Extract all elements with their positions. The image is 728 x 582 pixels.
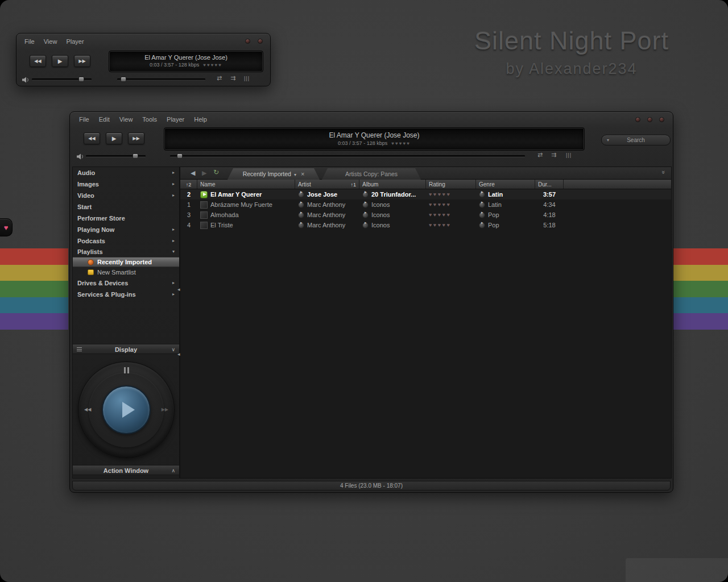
menu-view[interactable]: View	[44, 38, 57, 45]
equalizer-icon[interactable]: |||	[566, 152, 572, 159]
minimize-button[interactable]	[245, 39, 250, 44]
sidebar-item-playlists[interactable]: Playlists ▾	[73, 247, 179, 257]
column-header-rating[interactable]: Rating	[426, 180, 476, 189]
goto-album-icon[interactable]	[362, 222, 369, 228]
menu-help[interactable]: Help	[194, 116, 207, 123]
goto-genre-icon[interactable]	[479, 202, 485, 208]
action-window-header[interactable]: Action Window ∧	[73, 465, 179, 475]
sidebar-item-new-smartlist[interactable]: New Smartlist	[73, 267, 179, 277]
goto-artist-icon[interactable]	[298, 202, 304, 208]
seek-slider[interactable]	[117, 77, 205, 82]
chevron-right-icon[interactable]: ▸	[172, 178, 175, 190]
search-box[interactable]: ▾ Search	[601, 135, 671, 146]
rating-hearts[interactable]: ♥♥♥♥♥	[203, 63, 222, 68]
playback-wheel[interactable]: ◀◀ ▶▶	[78, 361, 175, 458]
chevron-down-icon[interactable]: ▾	[172, 247, 175, 257]
volume-thumb[interactable]	[133, 153, 138, 159]
goto-album-icon[interactable]	[362, 192, 369, 198]
refresh-icon[interactable]: ↻	[213, 169, 219, 176]
goto-genre-icon[interactable]	[479, 222, 485, 228]
volume-slider[interactable]	[32, 77, 92, 82]
table-row[interactable]: 1 Abrázame Muy Fuerte Marc Anthony Icono…	[180, 199, 671, 210]
menu-tools[interactable]: Tools	[142, 116, 157, 123]
volume-slider[interactable]	[86, 153, 146, 159]
chevron-right-icon[interactable]: ▸	[172, 289, 175, 300]
rewind-button[interactable]: ◀◀	[30, 55, 46, 67]
seek-slider[interactable]	[170, 153, 525, 159]
collapse-panes-icon[interactable]: »	[660, 171, 667, 174]
sidebar-item-start[interactable]: Start	[73, 201, 179, 213]
close-button[interactable]	[258, 39, 263, 44]
column-header-album[interactable]: Album	[359, 180, 426, 189]
splitter-collapse-icon[interactable]: ◂	[177, 287, 180, 292]
tab-artists-copy-panes[interactable]: Artists Copy: Panes	[322, 168, 421, 180]
goto-album-icon[interactable]	[362, 202, 369, 208]
sidebar-item-audio[interactable]: Audio ▸	[73, 167, 179, 178]
seek-thumb[interactable]	[121, 77, 126, 82]
maximize-button[interactable]	[647, 117, 652, 122]
tab-recently-imported[interactable]: Recently Imported▾×	[228, 168, 320, 180]
seek-thumb[interactable]	[177, 153, 183, 159]
sidebar-item-playing-now[interactable]: Playing Now ▸	[73, 224, 179, 235]
goto-artist-icon[interactable]	[298, 212, 304, 218]
menu-player[interactable]: Player	[66, 38, 84, 45]
repeat-icon[interactable]: ⇉	[551, 152, 556, 158]
goto-genre-icon[interactable]	[479, 192, 485, 198]
equalizer-icon[interactable]: |||	[244, 76, 250, 82]
chevron-right-icon[interactable]: ▸	[172, 235, 175, 247]
menu-edit[interactable]: Edit	[99, 116, 110, 123]
rewind-button[interactable]: ◀◀	[84, 132, 100, 144]
rating-hearts[interactable]: ♥♥♥♥♥	[429, 212, 451, 218]
chevron-right-icon[interactable]: ▸	[172, 190, 175, 201]
goto-album-icon[interactable]	[362, 212, 369, 218]
rating-hearts[interactable]: ♥♥♥♥♥	[391, 141, 411, 146]
forward-icon[interactable]: ▶	[202, 169, 206, 177]
splitter-collapse-icon[interactable]: ◂	[177, 352, 180, 357]
next-track-icon[interactable]: ▶▶	[162, 407, 168, 412]
goto-genre-icon[interactable]	[479, 212, 485, 218]
sidebar-item-performer-store[interactable]: Performer Store	[73, 213, 179, 224]
sidebar-item-services-plugins[interactable]: Services & Plug-ins ▸	[73, 289, 179, 300]
column-header-artist[interactable]: Artist ↑1	[295, 180, 359, 189]
play-button-large[interactable]	[102, 385, 151, 434]
menu-player[interactable]: Player	[167, 116, 184, 123]
chevron-right-icon[interactable]: ▸	[172, 224, 175, 235]
fast-forward-button[interactable]: ▶▶	[74, 55, 90, 67]
rating-hearts[interactable]: ♥♥♥♥♥	[429, 202, 451, 207]
menu-file[interactable]: File	[79, 116, 89, 123]
display-panel-header[interactable]: Display ∨	[73, 344, 179, 354]
pause-icon[interactable]	[124, 367, 129, 373]
goto-artist-icon[interactable]	[298, 192, 304, 198]
chevron-right-icon[interactable]: ▸	[172, 277, 175, 289]
chevron-up-icon[interactable]: ∧	[171, 465, 175, 476]
shuffle-icon[interactable]: ⇄	[537, 152, 543, 158]
shuffle-icon[interactable]: ⇄	[217, 75, 222, 81]
chevron-down-icon[interactable]: ∨	[171, 344, 175, 355]
column-header-name[interactable]: Name	[197, 180, 295, 189]
column-header-genre[interactable]: Genre	[476, 180, 535, 189]
rating-hearts[interactable]: ♥♥♥♥♥	[429, 222, 451, 228]
table-row[interactable]: 3 Almohada Marc Anthony Iconos ♥♥♥♥♥ Pop…	[180, 210, 671, 220]
sidebar-item-drives-devices[interactable]: Drives & Devices ▸	[73, 277, 179, 289]
tab-dropdown-icon[interactable]: ▾	[294, 172, 296, 177]
fast-forward-button[interactable]: ▶▶	[128, 132, 144, 144]
seek-track[interactable]	[170, 155, 525, 157]
goto-artist-icon[interactable]	[298, 222, 304, 228]
sidebar-item-images[interactable]: Images ▸	[73, 178, 179, 190]
repeat-icon[interactable]: ⇉	[230, 75, 235, 81]
close-button[interactable]	[659, 117, 664, 122]
table-row[interactable]: 4 El Triste Marc Anthony Iconos ♥♥♥♥♥ Po…	[180, 220, 671, 230]
sidebar-item-video[interactable]: Video ▸	[73, 190, 179, 201]
column-header-playorder[interactable]: ↑2	[180, 180, 197, 189]
menu-view[interactable]: View	[119, 116, 133, 123]
play-button[interactable]: ▶	[52, 55, 68, 67]
volume-thumb[interactable]	[78, 77, 84, 82]
menu-file[interactable]: File	[24, 38, 35, 45]
back-icon[interactable]: ◀	[191, 169, 195, 177]
sidebar-item-podcasts[interactable]: Podcasts ▸	[73, 235, 179, 247]
tab-close-icon[interactable]: ×	[301, 171, 304, 177]
seek-track[interactable]	[117, 78, 205, 80]
previous-track-icon[interactable]: ◀◀	[84, 407, 91, 412]
minimize-button[interactable]	[635, 117, 640, 122]
table-row[interactable]: 2 El Amar Y Querer Jose Jose 20 Triunfad…	[180, 189, 671, 199]
